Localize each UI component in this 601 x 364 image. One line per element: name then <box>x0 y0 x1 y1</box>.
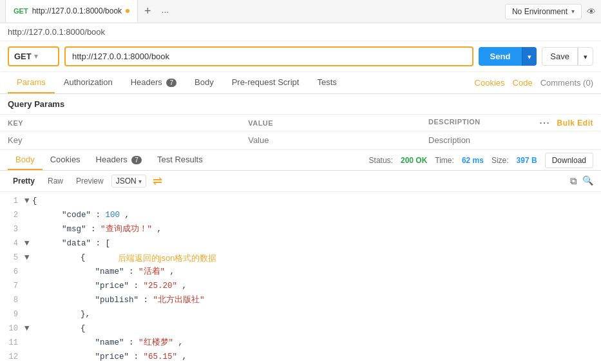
url-input[interactable] <box>64 46 473 66</box>
method-value: GET <box>14 52 32 61</box>
json-line-4: 4 ▼ "data" : [ <box>0 237 601 251</box>
size-value: 397 B <box>517 156 537 165</box>
save-button[interactable]: Save <box>542 47 578 66</box>
json-line-9: 9 ▼ }, <box>0 308 601 322</box>
value-input[interactable] <box>248 135 413 145</box>
line-num-7: 7 <box>4 280 24 294</box>
arrow-placeholder-9: ▼ <box>24 308 32 322</box>
json-key-code: "code" <box>43 211 91 220</box>
send-button-group: Send ▾ <box>479 47 537 66</box>
tab-authorization[interactable]: Authorization <box>55 72 122 93</box>
line-num-11: 11 <box>4 336 24 350</box>
json-key-publish1: "publish" <box>52 296 138 305</box>
save-dropdown-icon: ▾ <box>584 53 587 61</box>
line-num-4: 4 <box>4 237 24 251</box>
json-annotation: 后端返回的json格式的数据 <box>118 251 217 266</box>
res-tab-headers[interactable]: Headers 7 <box>88 150 149 170</box>
arrow-placeholder-12: ▼ <box>24 350 32 365</box>
params-table: KEY VALUE DESCRIPTION ··· Bulk Edit <box>0 114 601 149</box>
eye-icon[interactable]: 👁 <box>587 6 596 17</box>
res-headers-badge: 7 <box>131 156 142 164</box>
format-select[interactable]: JSON ▾ <box>111 175 146 187</box>
request-row: GET ▾ Send ▾ Save ▾ <box>0 41 601 72</box>
col-key: KEY <box>0 115 240 131</box>
json-val-name1: "活着" <box>138 267 165 276</box>
tab-cookies-right[interactable]: Cookies <box>475 78 505 88</box>
send-dropdown-icon: ▾ <box>528 53 531 61</box>
line-num-5: 5 <box>4 251 24 266</box>
fmt-pretty[interactable]: Pretty <box>8 175 40 187</box>
json-val-price2: "65.15" <box>144 352 178 361</box>
json-line-12: 12 ▼ "price" : "65.15" , <box>0 350 601 365</box>
request-tabs: Params Authorization Headers 7 Body Pre-… <box>0 72 601 94</box>
json-line-5: 5 ▼ { 后端返回的json格式的数据 <box>0 251 601 266</box>
line-num-9: 9 <box>4 308 24 322</box>
empty-param-row <box>0 131 601 149</box>
json-key-price1: "price" <box>52 282 129 291</box>
tab-params[interactable]: Params <box>8 72 55 93</box>
json-val-publish1: "北方出版社" <box>153 296 205 305</box>
tab-body[interactable]: Body <box>186 72 223 93</box>
json-key-data: "data" <box>43 239 91 248</box>
format-dropdown-icon: ▾ <box>138 178 142 185</box>
send-dropdown-button[interactable]: ▾ <box>522 47 537 66</box>
res-tab-test-results[interactable]: Test Results <box>149 150 211 170</box>
line-num-6: 6 <box>4 265 24 280</box>
bulk-edit-button[interactable]: Bulk Edit <box>557 119 593 128</box>
tab-method-badge: GET <box>14 7 28 15</box>
description-input[interactable] <box>428 135 593 145</box>
res-tab-body[interactable]: Body <box>8 150 43 170</box>
json-line-1: 1 ▼ { <box>0 195 601 209</box>
right-tab-group: Cookies Code Comments (0) <box>475 78 593 88</box>
collapse-arrow-4[interactable]: ▼ <box>24 237 32 251</box>
tab-pre-request-script[interactable]: Pre-request Script <box>223 72 309 93</box>
col-description: DESCRIPTION ··· Bulk Edit <box>421 115 601 131</box>
status-value: 200 OK <box>401 156 427 165</box>
line-num-3: 3 <box>4 223 24 237</box>
headers-badge: 7 <box>166 79 176 87</box>
json-line-2: 2 ▼ "code" : 100 , <box>0 209 601 223</box>
download-button[interactable]: Download <box>545 153 593 168</box>
more-tabs-button[interactable]: ··· <box>158 6 173 17</box>
format-bar: Pretty Raw Preview JSON ▾ ⇌ ⧉ 🔍 <box>0 171 601 192</box>
tab-url: http://127.0.0.1:8000/book <box>32 6 122 15</box>
collapse-arrow-1[interactable]: ▼ <box>24 195 32 209</box>
line-num-12: 12 <box>4 350 24 365</box>
wrap-icon[interactable]: ⇌ <box>153 174 162 188</box>
fmt-raw[interactable]: Raw <box>43 175 68 187</box>
copy-icon[interactable]: ⧉ <box>570 175 577 187</box>
tab-comments-right[interactable]: Comments (0) <box>540 78 593 88</box>
json-line-8: 8 ▼ "publish" : "北方出版社" <box>0 294 601 308</box>
json-line-6: 6 ▼ "name" : "活着" , <box>0 265 601 280</box>
time-label: Time: <box>435 156 454 165</box>
collapse-arrow-5[interactable]: ▼ <box>24 251 32 266</box>
res-tab-cookies[interactable]: Cookies <box>43 150 88 170</box>
json-line-3: 3 ▼ "msg" : "查询成功！" , <box>0 223 601 237</box>
fmt-preview[interactable]: Preview <box>71 175 109 187</box>
time-value: 62 ms <box>462 156 484 165</box>
json-val-name2: "红楼梦" <box>138 338 173 347</box>
environment-selector[interactable]: No Environment ▾ <box>505 4 582 19</box>
tab-tests[interactable]: Tests <box>308 72 345 93</box>
tab-code-right[interactable]: Code <box>513 78 533 88</box>
tab-headers[interactable]: Headers 7 <box>122 72 186 93</box>
add-tab-button[interactable]: + <box>138 5 158 18</box>
save-button-group: Save ▾ <box>542 47 593 66</box>
method-selector[interactable]: GET ▾ <box>8 46 59 66</box>
json-line-10: 10 ▼ { <box>0 322 601 336</box>
search-icon[interactable]: 🔍 <box>582 175 593 187</box>
collapse-arrow-10[interactable]: ▼ <box>24 322 32 336</box>
arrow-placeholder-11: ▼ <box>24 336 32 350</box>
json-colon-2: : <box>96 211 106 220</box>
save-dropdown-button[interactable]: ▾ <box>578 47 593 66</box>
arrow-placeholder-7: ▼ <box>24 280 32 294</box>
format-select-value: JSON <box>116 177 137 186</box>
line-num-8: 8 <box>4 294 24 308</box>
key-input[interactable] <box>8 135 233 145</box>
send-button[interactable]: Send <box>479 47 522 66</box>
status-label: Status: <box>369 156 393 165</box>
more-icon[interactable]: ··· <box>540 118 551 128</box>
json-line-7: 7 ▼ "price" : "25.20" , <box>0 280 601 294</box>
active-tab[interactable]: GET http://127.0.0.1:8000/book <box>5 0 138 23</box>
col-value: VALUE <box>240 115 421 131</box>
